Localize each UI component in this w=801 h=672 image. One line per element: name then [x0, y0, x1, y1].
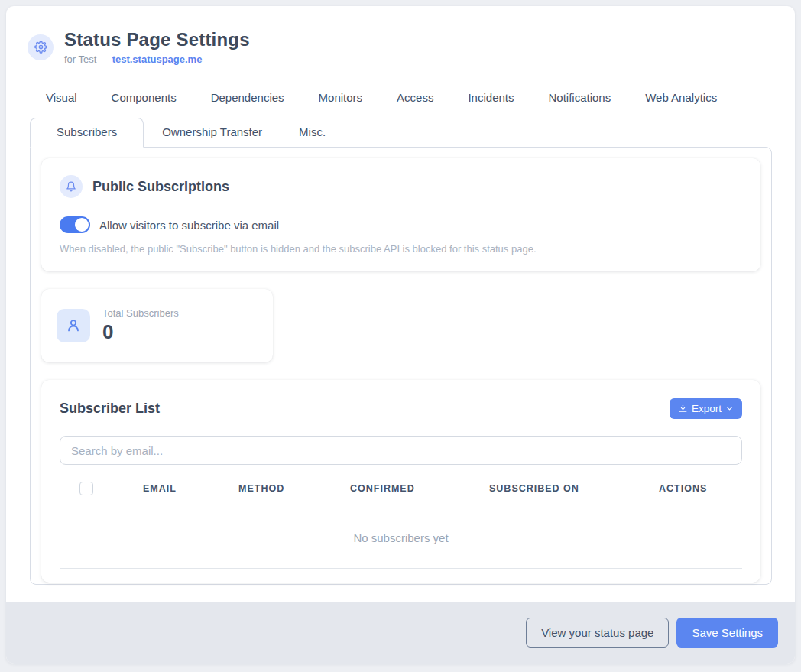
subscriber-list-header: Subscriber List Export — [60, 398, 742, 419]
empty-state-message: No subscribers yet — [60, 508, 742, 569]
toggle-helper-text: When disabled, the public "Subscribe" bu… — [60, 243, 742, 255]
column-header-email: EMAIL — [143, 483, 238, 494]
secondary-tab-bar: Subscribers Ownership Transfer Misc. — [30, 118, 795, 147]
tab-visual[interactable]: Visual — [46, 91, 77, 104]
toggle-knob — [75, 218, 89, 232]
select-all-cell — [60, 482, 143, 495]
subscriber-list-card: Subscriber List Export — [41, 380, 760, 583]
stat-text: Total Subscribers 0 — [102, 307, 179, 344]
column-header-method: METHOD — [238, 483, 350, 494]
settings-badge — [28, 34, 54, 60]
footer-action-bar: View your status page Save Settings — [6, 602, 795, 664]
header-text: Status Page Settings for Test — test.sta… — [64, 29, 250, 65]
tab-notifications[interactable]: Notifications — [549, 91, 611, 104]
subscriber-table-header: EMAIL METHOD CONFIRMED SUBSCRIBED ON ACT… — [60, 482, 742, 508]
column-header-confirmed: CONFIRMED — [350, 483, 489, 494]
tab-access[interactable]: Access — [397, 91, 433, 104]
chevron-down-icon — [725, 404, 734, 413]
allow-subscribe-toggle[interactable] — [60, 216, 90, 233]
save-settings-button[interactable]: Save Settings — [676, 618, 778, 648]
tab-incidents[interactable]: Incidents — [468, 91, 514, 104]
tab-monitors[interactable]: Monitors — [319, 91, 363, 104]
page-header: Status Page Settings for Test — test.sta… — [6, 6, 795, 65]
column-header-subscribed-on: SUBSCRIBED ON — [489, 483, 659, 494]
select-all-checkbox[interactable] — [79, 482, 93, 495]
subscriber-list-title: Subscriber List — [60, 401, 160, 417]
download-icon — [678, 404, 688, 414]
subtitle-prefix: for Test — — [64, 54, 112, 65]
tab-misc[interactable]: Misc. — [281, 118, 344, 147]
tab-components[interactable]: Components — [112, 91, 177, 104]
status-page-link[interactable]: test.statuspage.me — [112, 54, 203, 65]
user-icon — [65, 317, 82, 334]
total-subscribers-label: Total Subscribers — [102, 307, 179, 319]
subscribers-tab-panel: Public Subscriptions Allow visitors to s… — [30, 147, 772, 585]
status-page-settings-card: Status Page Settings for Test — test.sta… — [6, 6, 795, 664]
tab-subscribers[interactable]: Subscribers — [30, 118, 144, 148]
gear-icon — [34, 41, 47, 54]
tab-dependencies[interactable]: Dependencies — [211, 91, 284, 104]
view-status-page-button[interactable]: View your status page — [526, 618, 669, 648]
column-header-actions: ACTIONS — [659, 483, 742, 494]
total-subscribers-card: Total Subscribers 0 — [41, 289, 273, 362]
primary-tab-bar: Visual Components Dependencies Monitors … — [46, 91, 795, 104]
export-button[interactable]: Export — [670, 398, 742, 419]
toggle-label: Allow visitors to subscribe via email — [99, 219, 279, 232]
subscribe-toggle-row: Allow visitors to subscribe via email — [60, 216, 742, 233]
total-subscribers-value: 0 — [102, 320, 179, 344]
export-label: Export — [692, 403, 722, 414]
bell-icon — [66, 181, 76, 192]
page-subtitle: for Test — test.statuspage.me — [64, 54, 250, 65]
subscriber-stat-tile — [57, 309, 90, 342]
public-subscriptions-header: Public Subscriptions — [60, 175, 742, 198]
search-input[interactable] — [60, 436, 742, 465]
page-title: Status Page Settings — [64, 29, 250, 50]
bell-badge — [60, 175, 83, 198]
public-subscriptions-title: Public Subscriptions — [92, 179, 229, 195]
tab-web-analytics[interactable]: Web Analytics — [645, 91, 717, 104]
tab-ownership-transfer[interactable]: Ownership Transfer — [144, 118, 281, 147]
public-subscriptions-card: Public Subscriptions Allow visitors to s… — [41, 158, 760, 271]
